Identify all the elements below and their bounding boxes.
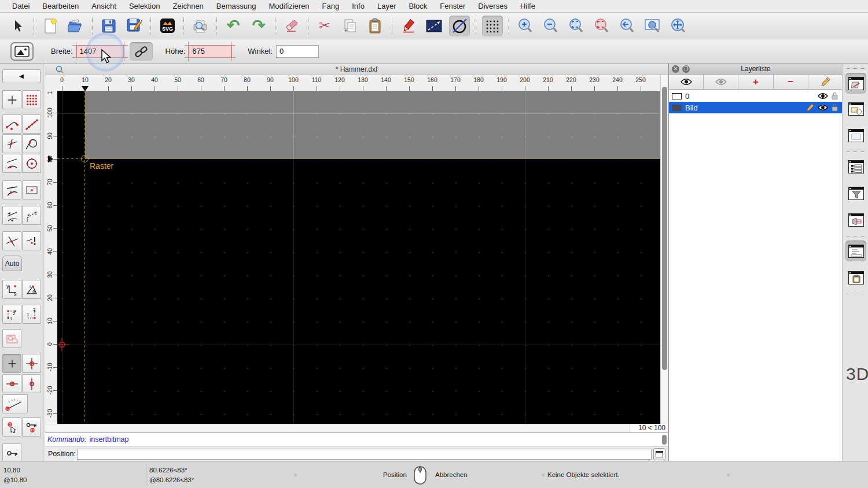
menu-item-info[interactable]: Info [345,0,371,13]
breite-input[interactable] [76,45,124,58]
erase-button[interactable] [281,16,302,36]
snap-endpoints-button[interactable] [2,114,21,134]
snap-intersection-button[interactable] [2,180,21,199]
zoom-window-button[interactable] [642,16,663,36]
snap-middle-button[interactable] [2,154,21,173]
menu-item-fang[interactable]: Fang [316,0,346,13]
draw-freehand-button[interactable] [398,16,419,36]
layer-visible-icon[interactable] [818,104,828,111]
coordinate-polar-button[interactable]: ra [22,280,41,299]
zoom-previous-button[interactable] [617,16,638,36]
snap-auto-button[interactable]: Auto [2,256,22,271]
menu-item-bemassung[interactable]: Bemassung [210,0,263,13]
restrict-vertical-button[interactable] [22,374,41,393]
save-as-button[interactable] [124,16,145,36]
coordinate-cartesian-button[interactable]: yx [2,280,21,299]
horizontal-scrollbar[interactable] [45,424,660,432]
command-line[interactable]: Kommando:insertbitmap [45,432,668,446]
restrict-off-button[interactable] [2,329,21,348]
restrict-nothing-button[interactable] [2,354,21,373]
hoehe-input[interactable] [189,45,231,58]
command-widget-panel-button[interactable] [845,209,866,230]
snap-restrict-arrows-button[interactable] [2,206,21,225]
snap-on-entity-button[interactable] [22,114,41,134]
zoom-in-button[interactable] [515,16,536,36]
zoom-pan-button[interactable] [668,16,689,36]
menu-item-fenster[interactable]: Fenster [433,0,472,13]
restrict-horizontal-button[interactable] [2,374,21,393]
property-editor-panel-button[interactable] [845,156,866,177]
library-browser-panel-button[interactable] [845,125,866,146]
snap-intersection-manual-button[interactable] [2,231,21,250]
layer-lock-icon[interactable] [832,103,838,112]
relative-1-2-button[interactable]: 12 [2,305,21,324]
menu-item-layer[interactable]: Layer [371,0,403,13]
drawing-canvas[interactable]: Raster [57,91,660,424]
command-window-toggle-button[interactable] [653,448,665,460]
menu-item-zeichnen[interactable]: Zeichnen [166,0,209,13]
layer-row-bild[interactable]: Bild [669,102,843,113]
snap-distance-button[interactable]: 12 [22,206,41,225]
set-relative-zero-button[interactable] [2,417,21,437]
menu-item-selektion[interactable]: Selektion [123,0,166,13]
cut-button[interactable]: ✂ [314,16,335,36]
redo-button[interactable]: ↷ [248,16,269,36]
menu-item-datei[interactable]: Datei [6,0,36,13]
selection-filter-panel-button[interactable] [845,183,866,204]
block-list-panel-button[interactable] [845,98,866,119]
zoom-out-button[interactable] [540,16,561,36]
position-input[interactable] [77,449,652,460]
draw-circle-button[interactable] [449,16,470,36]
menu-item-diverses[interactable]: Diverses [472,0,514,13]
snap-reference-button[interactable] [22,180,41,199]
grid-toggle-button[interactable] [482,16,503,36]
show-all-layers-button[interactable] [669,75,704,89]
draw-line-button[interactable] [424,16,444,36]
snap-nothing-button[interactable] [22,231,41,250]
clipboard-panel-button[interactable] [845,267,866,288]
new-file-button[interactable] [40,16,61,36]
save-button[interactable] [98,16,119,36]
layer-edit-icon[interactable] [806,103,814,112]
menu-item-ansicht[interactable]: Ansicht [85,0,123,13]
command-scrollbar-thumb[interactable] [662,435,667,445]
layer-list-panel-button[interactable] [845,73,866,94]
menu-item-bearbeiten[interactable]: Bearbeiten [36,0,85,13]
insert-image-button[interactable] [10,42,34,61]
layer-panel-titlebar[interactable]: ✕ ❐ Layerliste [669,64,843,75]
copy-button[interactable]: + [340,16,361,36]
snap-tangent-button[interactable] [22,134,41,153]
vertical-scrollbar[interactable] [660,75,668,432]
zoom-auto-button[interactable] [566,16,587,36]
layer-row-0[interactable]: 0 [669,90,843,102]
paste-button[interactable] [365,16,386,36]
snap-free-button[interactable] [2,90,21,109]
link-dimensions-button[interactable] [130,42,153,61]
add-layer-button[interactable]: + [738,75,773,89]
snap-back-button[interactable]: ◄ [2,69,41,83]
lock-relative-zero-button[interactable] [22,417,41,437]
pointer-tool-button[interactable] [7,16,28,36]
restrict-orthogonal-button[interactable] [22,354,41,373]
snap-perpendicular-button[interactable] [2,134,21,153]
menu-item-block[interactable]: Block [402,0,433,13]
open-file-button[interactable] [65,16,86,36]
command-history-panel-button[interactable] [845,241,866,261]
layer-visible-icon[interactable] [818,93,828,99]
svg-export-button[interactable]: SVG [157,16,178,36]
zoom-selection-button[interactable] [591,16,612,36]
layer-lock-icon[interactable] [832,92,838,100]
remove-layer-button[interactable]: − [774,75,808,89]
winkel-input[interactable] [276,45,319,58]
snap-center-button[interactable] [22,154,41,173]
undo-button[interactable]: ↶ [223,16,244,36]
menu-item-hilfe[interactable]: Hilfe [514,0,542,13]
menu-item-modifizieren[interactable]: Modifizieren [263,0,316,13]
snap-grid-button[interactable] [22,90,41,109]
relative-2-1-button[interactable]: 12 [22,305,41,324]
angle-meter-button[interactable] [2,394,28,413]
relative-zero-key-button[interactable] [2,443,21,463]
document-titlebar[interactable]: * Hammer.dxf [45,64,668,75]
edit-layer-button[interactable] [808,75,843,89]
print-preview-button[interactable] [190,16,211,36]
